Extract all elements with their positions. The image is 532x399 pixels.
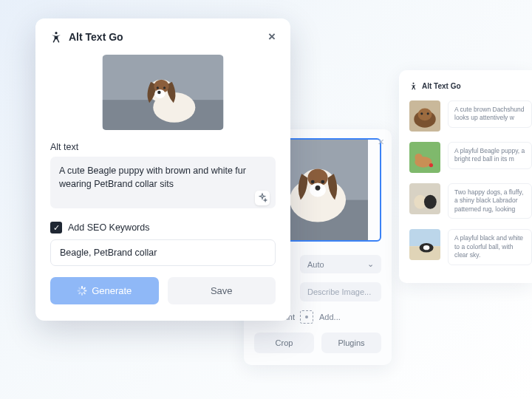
thumbnail — [409, 100, 440, 132]
alt-text-bubble: A playful black and white to a colorful … — [448, 229, 532, 265]
list-panel-title: Alt Text Go — [422, 82, 461, 90]
svg-point-17 — [415, 154, 423, 162]
plugins-button[interactable]: Plugins — [321, 332, 381, 353]
alt-text-list-panel: Alt Text Go A cute brown Dachshund looks… — [399, 70, 532, 283]
svg-point-8 — [321, 180, 324, 184]
focal-add-label[interactable]: Add... — [319, 313, 341, 321]
seo-checkbox-label: Add SEO Keywords — [68, 222, 149, 233]
svg-point-25 — [423, 245, 429, 250]
svg-point-35 — [163, 86, 166, 89]
save-button[interactable]: Save — [168, 277, 276, 304]
alt-text-bubble: A cute brown Dachshund looks up attentiv… — [448, 100, 532, 128]
svg-point-13 — [420, 112, 423, 115]
svg-point-34 — [157, 86, 159, 89]
accessibility-icon — [50, 31, 62, 43]
mode-select-value: Auto — [307, 260, 324, 269]
svg-point-7 — [311, 180, 315, 184]
alt-text-modal: Alt Text Go × Alt text ✓ Add SEO Keyword… — [35, 18, 290, 321]
describe-image-input[interactable]: Describe Image... — [300, 282, 381, 301]
dog-image — [102, 55, 224, 130]
svg-point-32 — [154, 89, 165, 98]
mode-select[interactable]: Auto ⌄ — [300, 255, 381, 273]
svg-point-14 — [427, 112, 429, 115]
list-item[interactable]: A cute brown Dachshund looks up attentiv… — [409, 100, 532, 132]
svg-point-12 — [418, 109, 432, 121]
close-icon[interactable]: × — [378, 135, 384, 148]
image-preview — [102, 55, 224, 130]
generate-button[interactable]: Generate — [50, 277, 159, 304]
alt-text-bubble: Two happy dogs, a fluffy, a shiny black … — [448, 183, 532, 219]
svg-point-26 — [55, 32, 57, 34]
seo-keywords-input[interactable] — [50, 239, 276, 266]
seo-checkbox[interactable]: ✓ — [50, 222, 62, 233]
sparkle-icon[interactable] — [255, 191, 270, 205]
svg-point-33 — [157, 91, 160, 94]
svg-point-21 — [424, 195, 437, 209]
close-icon[interactable]: × — [268, 30, 276, 44]
list-item[interactable]: A playful black and white to a colorful … — [409, 229, 532, 265]
svg-point-18 — [429, 163, 433, 167]
alt-text-bubble: A playful Beagle puppy, a bright red bal… — [448, 142, 532, 169]
chevron-down-icon: ⌄ — [367, 259, 374, 269]
alt-text-input[interactable] — [50, 157, 276, 208]
thumbnail — [409, 229, 440, 260]
accessibility-icon — [409, 82, 417, 90]
svg-point-9 — [412, 83, 414, 84]
list-item[interactable]: A playful Beagle puppy, a bright red bal… — [409, 142, 532, 173]
crop-button[interactable]: Crop — [254, 332, 314, 353]
focal-point-icon[interactable] — [300, 310, 313, 324]
svg-point-6 — [316, 185, 321, 191]
alt-text-label: Alt text — [50, 142, 276, 152]
spinner-icon — [77, 286, 86, 296]
thumbnail — [409, 142, 440, 173]
list-item[interactable]: Two happy dogs, a fluffy, a shiny black … — [409, 183, 532, 219]
modal-title: Alt Text Go — [69, 31, 123, 43]
thumbnail — [409, 183, 440, 214]
